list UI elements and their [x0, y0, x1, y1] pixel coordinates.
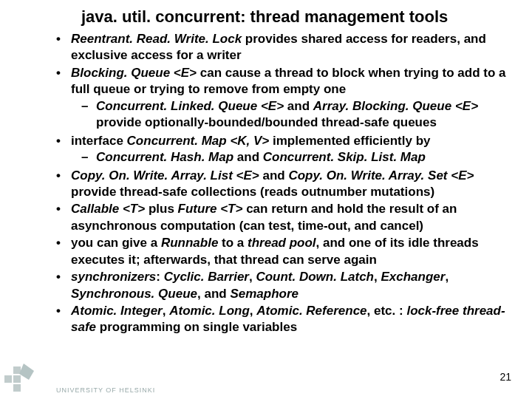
svg-rect-0: [4, 375, 12, 383]
bullet-list: Reentrant. Read. Write. Lock provides sh…: [0, 31, 532, 337]
sub-list-item: Concurrent. Hash. Map and Concurrent. Sk…: [71, 149, 511, 166]
list-item: Atomic. Integer, Atomic. Long, Atomic. R…: [53, 303, 511, 337]
svg-rect-2: [13, 375, 21, 383]
page-number: 21: [499, 371, 511, 383]
sub-list-item: Concurrent. Linked. Queue <E> and Array.…: [71, 98, 511, 132]
sub-list: Concurrent. Hash. Map and Concurrent. Sk…: [71, 149, 511, 166]
list-item: Blocking. Queue <E> can cause a thread t…: [53, 65, 511, 133]
list-item: synchronizers: Cyclic. Barrier, Count. D…: [53, 269, 511, 303]
list-item: Reentrant. Read. Write. Lock provides sh…: [53, 31, 511, 65]
sub-list: Concurrent. Linked. Queue <E> and Array.…: [71, 98, 511, 132]
list-item: interface Concurrent. Map <K, V> impleme…: [53, 133, 511, 168]
slide-title: java. util. concurrent: thread managemen…: [0, 0, 532, 31]
university-logo-icon: [4, 362, 53, 398]
svg-rect-3: [13, 384, 21, 392]
list-item: you can give a Runnable to a thread pool…: [53, 235, 511, 269]
university-label: UNIVERSITY OF HELSINKI: [56, 386, 155, 394]
list-item: Copy. On. Write. Array. List <E> and Cop…: [53, 168, 511, 202]
svg-rect-1: [13, 366, 21, 374]
list-item: Callable <T> plus Future <T> can return …: [53, 201, 511, 235]
